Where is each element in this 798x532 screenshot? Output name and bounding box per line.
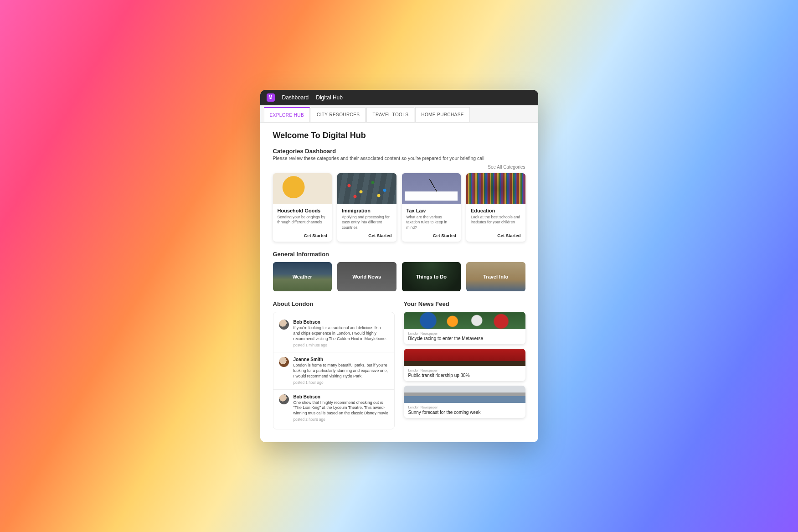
see-all-categories-link[interactable]: See All Categories (273, 165, 525, 170)
news-card[interactable]: London Newspaper Public transit ridershi… (404, 349, 525, 381)
tab-explore-hub[interactable]: EXPLORE HUB (264, 107, 310, 122)
tile-label: Things to Do (416, 274, 447, 279)
tile-label: Weather (293, 274, 312, 279)
news-image (404, 349, 525, 366)
nav-digital-hub[interactable]: Digital Hub (316, 94, 343, 101)
category-image (273, 173, 332, 204)
news-headline: Public transit ridership up 30% (408, 373, 521, 378)
news-source: London Newspaper (408, 405, 521, 409)
categories-heading: Categories Dashboard (273, 148, 525, 155)
nav-dashboard[interactable]: Dashboard (282, 94, 309, 101)
category-card-education[interactable]: Education Look at the best schools and i… (466, 173, 525, 242)
page-title: Welcome To Digital Hub (273, 131, 525, 140)
category-desc: Sending your belongings by through diffe… (278, 215, 328, 225)
category-desc: Look at the best schools and institutes … (471, 215, 521, 225)
news-image (404, 386, 525, 403)
about-heading: About London (273, 300, 395, 307)
post-text: London is home to many beautiful parks, … (293, 363, 389, 379)
post-author: Bob Bobson (293, 320, 389, 325)
tile-label: Travel Info (483, 274, 508, 279)
about-panel: Bob Bobson If you're looking for a tradi… (273, 312, 395, 429)
news-card[interactable]: London Newspaper Bicycle racing to enter… (404, 312, 525, 344)
category-image (337, 173, 396, 204)
avatar (279, 320, 289, 330)
app-window: M Dashboard Digital Hub EXPLORE HUB CITY… (260, 90, 538, 442)
get-started-button[interactable]: Get Started (342, 230, 392, 238)
categories-grid: Household Goods Sending your belongings … (273, 173, 525, 242)
tile-label: World News (352, 274, 381, 279)
tab-city-resources[interactable]: CITY RESOURCES (311, 107, 366, 122)
news-image (404, 312, 525, 329)
news-source: London Newspaper (408, 368, 521, 372)
post-text: If you're looking for a traditional and … (293, 325, 389, 342)
post-time: posted 2 hours ago (293, 418, 389, 422)
tile-world-news[interactable]: World News (337, 262, 396, 291)
news-source: London Newspaper (408, 331, 521, 336)
app-badge-icon: M (267, 93, 275, 102)
category-desc: What are the various taxation rules to k… (407, 215, 457, 230)
news-headline: Bicycle racing to enter the Metaverse (408, 336, 521, 341)
tab-bar: EXPLORE HUB CITY RESOURCES TRAVEL TOOLS … (260, 105, 538, 123)
category-title: Tax Law (407, 208, 457, 213)
post-text: One show that I highly recommend checkin… (293, 400, 389, 417)
post-author: Bob Bobson (293, 394, 389, 399)
tab-travel-tools[interactable]: TRAVEL TOOLS (366, 107, 414, 122)
category-image (466, 173, 525, 204)
category-image (402, 173, 461, 204)
tile-weather[interactable]: Weather (273, 262, 332, 291)
avatar (279, 357, 289, 367)
titlebar: M Dashboard Digital Hub (260, 90, 538, 105)
main-content: Welcome To Digital Hub Categories Dashbo… (260, 123, 538, 442)
news-card[interactable]: London Newspaper Sunny forecast for the … (404, 386, 525, 418)
categories-subtext: Please review these categories and their… (273, 155, 525, 161)
news-feed-heading: Your News Feed (404, 300, 525, 307)
category-card-immigration[interactable]: Immigration Applying and processing for … (337, 173, 396, 242)
general-info-heading: General Information (273, 251, 525, 258)
tab-home-purchase[interactable]: HOME PURCHASE (415, 107, 470, 122)
category-title: Education (471, 208, 521, 213)
post-author: Joanne Smith (293, 357, 389, 362)
post-item[interactable]: Joanne Smith London is home to many beau… (273, 352, 394, 390)
general-info-grid: Weather World News Things to Do Travel I… (273, 262, 525, 291)
category-desc: Applying and processing for easy entry i… (342, 215, 392, 230)
tile-things-to-do[interactable]: Things to Do (402, 262, 461, 291)
get-started-button[interactable]: Get Started (407, 230, 457, 238)
news-headline: Sunny forecast for the coming week (408, 410, 521, 415)
post-item[interactable]: Bob Bobson If you're looking for a tradi… (273, 315, 394, 352)
post-item[interactable]: Bob Bobson One show that I highly recomm… (273, 390, 394, 427)
category-card-household-goods[interactable]: Household Goods Sending your belongings … (273, 173, 332, 242)
post-time: posted 1 hour ago (293, 381, 389, 385)
get-started-button[interactable]: Get Started (278, 230, 328, 238)
post-time: posted 1 minute ago (293, 343, 389, 347)
get-started-button[interactable]: Get Started (471, 230, 521, 238)
category-title: Household Goods (278, 208, 328, 213)
category-card-tax-law[interactable]: Tax Law What are the various taxation ru… (402, 173, 461, 242)
category-title: Immigration (342, 208, 392, 213)
tile-travel-info[interactable]: Travel Info (466, 262, 525, 291)
avatar (279, 394, 289, 404)
